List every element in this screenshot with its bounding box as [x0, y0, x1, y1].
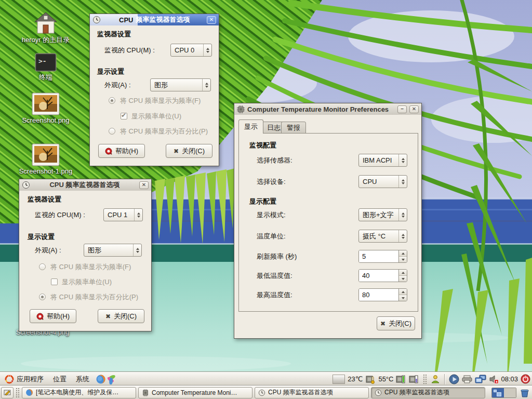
close-window-button[interactable]: ✕: [207, 16, 216, 24]
show-as-percentage-label: 将 CPU 频率显示为百分比(P): [50, 290, 138, 303]
section-display-settings: 显示设置: [28, 232, 55, 242]
minimize-window-button[interactable]: –: [397, 105, 407, 113]
chip-icon: [237, 105, 245, 113]
power-applet-icon[interactable]: [521, 374, 530, 384]
task-label: [笔记本电脑使用、维护及保…: [36, 388, 132, 397]
device-select[interactable]: CPU: [358, 175, 407, 188]
sensor-label: 选择传感器:: [257, 154, 292, 167]
network-screens-applet-icon[interactable]: [475, 375, 486, 384]
chip-percent-bar-icon[interactable]: [409, 374, 419, 384]
combo-stepper: [133, 244, 141, 256]
refresh-rate-input[interactable]: [359, 250, 398, 262]
min-temp-input[interactable]: [359, 270, 398, 282]
help-button[interactable]: 帮助(H): [30, 309, 76, 323]
arrow-up-icon: [402, 291, 405, 293]
spin-buttons: [398, 289, 407, 301]
window-title: CPU 频率监视器首选项: [33, 180, 137, 190]
sensor-select[interactable]: IBM ACPI: [358, 154, 407, 167]
show-frequency-unit-label: 显示频率单位(U): [131, 110, 181, 123]
system-menu-label: 系统: [76, 375, 89, 384]
cpu1-titlebar[interactable]: CPU 频率监视器首选项 ✕: [19, 179, 151, 191]
tray-drag-handle[interactable]: [423, 374, 427, 384]
close-button[interactable]: ✖ 关闭(C): [166, 144, 212, 158]
display-mode-select[interactable]: 图形+文字: [358, 208, 407, 221]
chip-green-bar-icon[interactable]: [396, 374, 406, 384]
spin-up-button[interactable]: [399, 250, 407, 256]
arrow-up-icon: [402, 212, 405, 215]
tab-log-label: 日志: [267, 123, 281, 132]
firefox-launcher-icon[interactable]: [96, 374, 106, 384]
desktop-icon-screenshot[interactable]: Screenshot.png: [16, 92, 76, 124]
clock[interactable]: 08:03: [501, 375, 518, 383]
help-button-label: 帮助(H): [47, 312, 70, 321]
spin-up-button[interactable]: [399, 270, 407, 275]
device-value: CPU: [363, 178, 377, 185]
combo-stepper: [203, 44, 211, 56]
monitored-cpu-select[interactable]: CPU 0: [170, 44, 212, 57]
applications-menu[interactable]: 应用程序: [0, 373, 48, 385]
desktop-icon-terminal[interactable]: >- 终端: [16, 53, 76, 82]
temp-titlebar[interactable]: Computer Temperature Monitor Preferences…: [234, 103, 421, 115]
close-icon: ✕: [412, 107, 416, 112]
spin-down-button[interactable]: [399, 275, 407, 282]
media-play-applet-icon[interactable]: [449, 374, 459, 384]
air-temperature-readout[interactable]: 23℃: [348, 375, 363, 383]
section-display-settings: 显示设置: [97, 67, 124, 76]
cpu-temperature-readout[interactable]: 55°C: [378, 375, 393, 383]
arrow-down-icon: [136, 251, 139, 253]
cpu-freq-graph-applet[interactable]: [332, 375, 345, 384]
arrow-up-icon: [402, 158, 405, 160]
places-menu[interactable]: 位置: [48, 373, 71, 385]
section-monitor-config: 监视配置: [249, 141, 276, 150]
spin-buttons: [398, 250, 407, 262]
task-button-cpufreq-0[interactable]: CPU 频率监视器首选项: [371, 387, 485, 398]
task-label: CPU 频率监视器首选项: [268, 388, 365, 397]
close-icon: ✕: [142, 182, 146, 188]
pinwheel-launcher-icon[interactable]: [108, 374, 118, 384]
volume-applet[interactable]: x: [489, 375, 498, 384]
appearance-select[interactable]: 图形: [150, 78, 211, 91]
close-window-button[interactable]: ✕: [139, 181, 149, 189]
monitored-cpu-value: CPU 0: [175, 46, 194, 54]
monitored-cpu-select[interactable]: CPU 1: [103, 208, 143, 221]
desktop-icon-screenshot1[interactable]: Screenshot-1.png: [16, 143, 76, 175]
show-frequency-unit-checkbox: [121, 113, 127, 119]
spin-down-button[interactable]: [399, 256, 407, 262]
task-button-temp-monitor[interactable]: Computer Temperature Moni…: [138, 387, 252, 398]
combo-stepper: [398, 230, 407, 242]
close-icon: ✖: [105, 313, 111, 320]
section-monitor-settings: 监视器设置: [97, 30, 131, 39]
workspace-2[interactable]: [504, 388, 516, 397]
task-button-firefox[interactable]: [笔记本电脑使用、维护及保…: [22, 387, 136, 398]
arrow-up-icon: [137, 212, 140, 215]
combo-stepper: [398, 209, 407, 221]
task-button-cpufreq-1[interactable]: CPU 频率监视器首选项: [255, 387, 369, 398]
desktop-icon-label: 终端: [39, 73, 52, 82]
trash-applet-icon[interactable]: [520, 388, 530, 398]
workspace-1[interactable]: [492, 388, 504, 397]
max-temp-input[interactable]: [359, 289, 398, 301]
appearance-select[interactable]: 图形: [84, 244, 142, 257]
temp-unit-value: 摄氏 °C: [363, 232, 385, 241]
user-applet-icon[interactable]: [431, 375, 440, 384]
tab-alert[interactable]: 警报: [281, 122, 306, 134]
tab-display[interactable]: 显示: [238, 119, 263, 134]
notebook-frame: 监视配置 选择传感器: IBM ACPI 选择设备: CPU 显示配置 显示模式…: [238, 133, 418, 312]
cpu0-preferences-window: CPU 频率监视器首选项 ✕ 监视器设置 监视的 CPU(M) : CPU 0 …: [89, 14, 219, 166]
taskbar-drag-handle[interactable]: [16, 388, 20, 398]
chip-thermometer-icon[interactable]: [365, 374, 376, 384]
printer-applet-icon[interactable]: [462, 375, 472, 383]
cpufreq-watch-icon: [375, 389, 382, 396]
cpu0-titlebar[interactable]: CPU 频率监视器首选项 ✕: [90, 14, 219, 25]
show-desktop-button[interactable]: [1, 387, 14, 398]
desktop-icon-home[interactable]: heroyr 的主目录: [16, 11, 76, 45]
close-window-button[interactable]: ✕: [409, 105, 419, 113]
close-button[interactable]: ✖ 关闭(C): [98, 309, 144, 323]
spin-down-button[interactable]: [399, 295, 407, 301]
system-menu[interactable]: 系统: [71, 373, 94, 385]
temp-unit-select[interactable]: 摄氏 °C: [358, 230, 407, 243]
menu-panel: 应用程序 位置 系统 23℃ 55°C: [0, 372, 532, 385]
help-button[interactable]: 帮助(H): [98, 144, 145, 158]
close-button[interactable]: ✖ 关闭(C): [377, 316, 415, 330]
spin-up-button[interactable]: [399, 289, 407, 295]
